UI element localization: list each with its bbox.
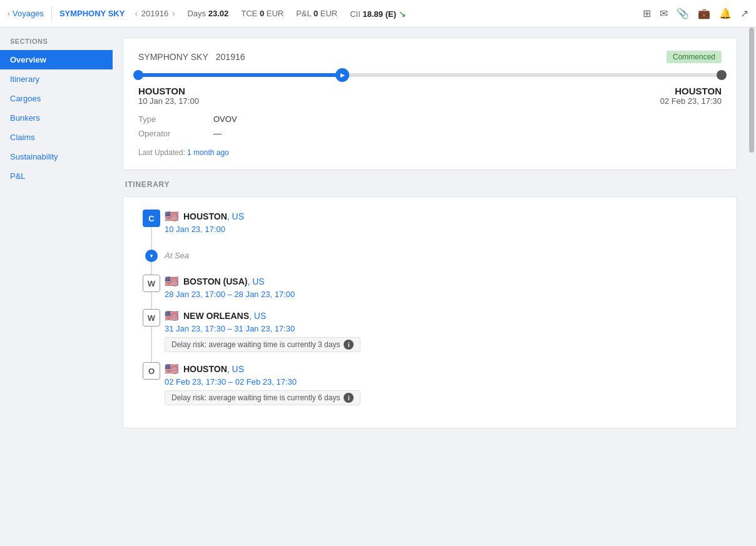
sidebar: SECTIONS Overview Itinerary Cargoes Bunk… <box>0 28 113 546</box>
origin-date: 10 Jan 23, 17:00 <box>138 96 199 106</box>
progress-track <box>138 73 722 77</box>
voyage-stats: Days 23.02 TCE 0 EUR P&L 0 EUR CII 18.89… <box>187 9 406 19</box>
pnl-stat: P&L 0 EUR <box>296 9 337 18</box>
flag-2: 🇺🇸 <box>165 275 178 288</box>
delay-badge-3: Delay risk: average waiting time is curr… <box>165 337 360 352</box>
port-name-2: BOSTON (USA), US <box>183 276 265 286</box>
topbar-divider <box>51 6 52 21</box>
cii-arrow-icon: ↘ <box>399 9 406 19</box>
mail-icon[interactable]: ✉ <box>660 8 668 19</box>
operator-value: — <box>213 128 722 139</box>
delay-badge-4: Delay risk: average waiting time is curr… <box>165 390 360 405</box>
progress-labels: HOUSTON 10 Jan 23, 17:00 HOUSTON 02 Feb … <box>138 86 722 106</box>
attachment-icon[interactable]: 📎 <box>677 8 689 19</box>
progress-start-dot <box>133 70 143 80</box>
days-value: 23.02 <box>208 9 229 18</box>
share-icon[interactable]: ↗ <box>740 8 748 19</box>
sidebar-item-sustainability[interactable]: Sustainability <box>0 147 113 166</box>
stop-port-row-4: 🇺🇸 HOUSTON, US <box>165 362 722 376</box>
itinerary-card: C 🇺🇸 HOUSTON, US 10 Jan 23, 17:00 <box>123 196 737 428</box>
port-country-4: , US <box>227 364 244 374</box>
status-badge: Commenced <box>667 51 722 63</box>
stop-info-3: 🇺🇸 NEW ORLEANS, US 31 Jan 23, 17:30 – 31… <box>165 309 722 362</box>
delay-text-3: Delay risk: average waiting time is curr… <box>171 340 340 349</box>
progress-current-dot <box>335 68 349 82</box>
stop-port-row-1: 🇺🇸 HOUSTON, US <box>165 210 722 223</box>
stop-badge-4: O <box>143 362 160 380</box>
scrollbar-area <box>747 28 756 546</box>
origin-port: HOUSTON <box>138 86 199 96</box>
stop-badge-3: W <box>143 309 160 326</box>
stop-badge-2: W <box>143 275 160 292</box>
cii-stat: CII 18.89 (E) ↘ <box>350 9 406 19</box>
connector-line-3 <box>151 326 152 362</box>
voyage-nav: ‹ 201916 › <box>135 9 175 18</box>
tce-currency: EUR <box>267 9 284 18</box>
topbar-action-icons: ⊞ ✉ 📎 💼 🔔 ↗ <box>643 8 748 19</box>
flag-4: 🇺🇸 <box>165 362 178 376</box>
delay-text-4: Delay risk: average waiting time is curr… <box>171 393 340 402</box>
topbar: ‹ Voyages SYMPHONY SKY ‹ 201916 › Days 2… <box>0 0 756 28</box>
connector-col-3: W <box>138 309 165 362</box>
operator-label: Operator <box>138 128 213 139</box>
stop-date-range-2: 28 Jan 23, 17:00 – 28 Jan 23, 17:00 <box>165 290 722 299</box>
connector-line-pre-dot <box>151 242 152 250</box>
sidebar-item-bunkers[interactable]: Bunkers <box>0 108 113 128</box>
port-country-1: , US <box>227 211 244 221</box>
connector-col-1: C <box>138 210 165 242</box>
stop-date-range-3: 31 Jan 23, 17:30 – 31 Jan 23, 17:30 <box>165 324 722 333</box>
stop-row-2: W 🇺🇸 BOSTON (USA), US 28 Jan 23, 17:00 –… <box>138 275 722 309</box>
sidebar-item-overview[interactable]: Overview <box>0 50 113 69</box>
stop-badge-1: C <box>143 210 160 227</box>
sidebar-item-itinerary[interactable]: Itinerary <box>0 69 113 89</box>
grid-icon[interactable]: ⊞ <box>643 8 651 19</box>
progress-end-dot <box>717 70 727 80</box>
connector-col-4: O <box>138 362 165 415</box>
overview-voyage: 201916 <box>216 52 245 62</box>
voyages-link[interactable]: Voyages <box>13 9 44 18</box>
delay-info-icon-3[interactable]: i <box>344 340 354 350</box>
stop-row-3: W 🇺🇸 NEW ORLEANS, US 31 Jan 23, 17:30 – … <box>138 309 722 362</box>
itinerary-section: ITINERARY C 🇺🇸 HOUSTON, US 10 Jan 23, 17… <box>123 180 737 428</box>
stop-date-range-4: 02 Feb 23, 17:30 – 02 Feb 23, 17:30 <box>165 377 722 387</box>
port-country-2: , US <box>247 276 264 286</box>
pnl-value: 0 <box>314 9 318 18</box>
stop-date-1: 10 Jan 23, 17:00 <box>165 225 722 234</box>
tce-stat: TCE 0 EUR <box>241 9 284 18</box>
atsea-row: At Sea <box>138 242 722 275</box>
origin-label: HOUSTON 10 Jan 23, 17:00 <box>138 86 199 106</box>
port-country-3: , US <box>249 311 266 321</box>
progress-fill <box>138 73 342 77</box>
last-updated: Last Updated: 1 month ago <box>138 148 722 157</box>
voyage-progress <box>138 73 722 77</box>
prev-voyage-icon[interactable]: ‹ <box>135 9 137 18</box>
dest-date: 02 Feb 23, 17:30 <box>660 96 722 106</box>
bell-icon[interactable]: 🔔 <box>719 8 732 19</box>
last-updated-link[interactable]: 1 month ago <box>187 148 229 157</box>
stop-info-2: 🇺🇸 BOSTON (USA), US 28 Jan 23, 17:00 – 2… <box>165 275 722 309</box>
scrollbar-thumb[interactable] <box>749 28 754 153</box>
stop-row-1: C 🇺🇸 HOUSTON, US 10 Jan 23, 17:00 <box>138 210 722 242</box>
breadcrumb: ‹ Voyages <box>8 9 44 18</box>
briefcase-icon[interactable]: 💼 <box>698 8 710 19</box>
sidebar-item-pnl[interactable]: P&L <box>0 166 113 186</box>
overview-vessel: SYMPHONY SKY <box>138 52 208 62</box>
days-stat: Days 23.02 <box>187 9 228 18</box>
flag-1: 🇺🇸 <box>165 210 178 223</box>
content-area: SYMPHONY SKY 201916 Commenced HOUSTON 10… <box>113 28 747 546</box>
type-value: OVOV <box>213 113 722 125</box>
overview-card-header: SYMPHONY SKY 201916 Commenced <box>138 51 722 63</box>
delay-info-icon-4[interactable]: i <box>344 393 354 403</box>
sidebar-item-claims[interactable]: Claims <box>0 128 113 147</box>
next-voyage-icon[interactable]: › <box>172 9 175 18</box>
port-name-4: HOUSTON, US <box>183 364 244 374</box>
at-sea-label: At Sea <box>165 251 722 260</box>
sidebar-item-cargoes[interactable]: Cargoes <box>0 89 113 108</box>
overview-meta: Type OVOV Operator — <box>138 113 722 139</box>
stop-port-row-3: 🇺🇸 NEW ORLEANS, US <box>165 309 722 323</box>
port-name-1: HOUSTON, US <box>183 211 244 221</box>
stop-info-1: 🇺🇸 HOUSTON, US 10 Jan 23, 17:00 <box>165 210 722 242</box>
stop-port-row-2: 🇺🇸 BOSTON (USA), US <box>165 275 722 288</box>
vessel-name[interactable]: SYMPHONY SKY <box>59 9 125 18</box>
back-chevron-icon[interactable]: ‹ <box>8 9 10 18</box>
